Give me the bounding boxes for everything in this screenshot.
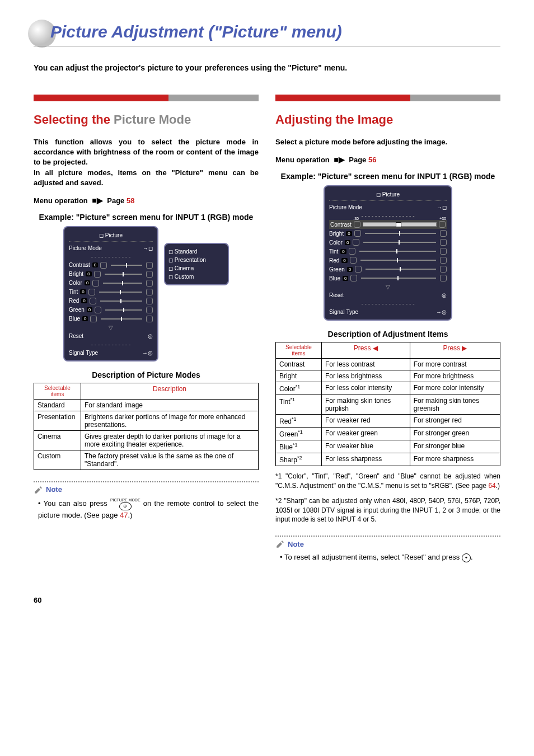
osd-slider-value: 0 [347,267,353,272]
chevron-down-icon: ▽ [69,323,153,332]
table-row: PresentationBrightens darker portions of… [34,411,259,430]
adj-press-left: For weaker green [321,428,410,440]
adj-name: Contrast [276,359,322,370]
mode-desc: Brightens darker portions of image for m… [81,411,258,430]
arrow-right-icon: ■▶ [90,196,105,205]
osd-signal-type-row: Signal Type →◎ [69,349,153,357]
menu-operation-right: Menu operation ■▶ Page 56 [275,155,500,164]
osd-slider-value: 0 [81,298,87,303]
table-row: StandardFor standard image [34,399,259,411]
adj-press-right: For more color intensity [410,382,500,395]
osd-signal-type-label: Signal Type [329,309,434,315]
osd-slider-value: 0 [82,316,88,321]
osd-mode-option: ◻ Custom [168,273,224,281]
note-text-a: You can also press [44,499,110,508]
adj-press-left: For less brightness [321,370,410,382]
osd-slider-row: Tint0 [69,288,153,297]
adj-name: Blue*1 [276,440,322,453]
picture-mode-button-icon: PICTURE MODE ⊕ [110,498,140,510]
note-text-c: .) [128,511,132,519]
table-row: Color*1For less color intensityFor more … [276,382,500,395]
enter-button-icon: ✦ [462,553,471,562]
osd-main-menu: ◻ Picture Picture Mode →◻ - - - - - - - … [63,226,158,361]
osd-contrast-highlight-row: Contrast -30 0 +30 [329,220,447,229]
adj-name: Bright [276,370,322,382]
osd-slider-value: 0 [346,231,352,236]
footnote-2: *2 "Sharp" can be adjusted only when 480… [275,496,500,524]
osd-slider-row: Blue0 [329,274,447,283]
col-selectable-items: Selectable items [34,383,81,399]
note-body-left: • You can also press PICTURE MODE ⊕ on t… [34,498,259,520]
osd-header: ◻ Picture [69,231,153,242]
mode-name: Presentation [34,411,81,430]
mode-name: Custom [34,450,81,469]
osd-picture-mode-label: Picture Mode [329,204,434,210]
page-title-container: Picture Adjustment ("Picture" menu) [34,22,500,46]
adj-press-right: For making skin tones greenish [410,395,500,415]
table-caption-modes: Description of Picture Modes [34,370,259,379]
osd-slider-value: 0 [345,240,350,245]
osd-slider-label: Color [329,240,343,246]
adj-press-right: For more contrast [410,359,500,370]
adj-press-right: For stronger blue [410,440,500,453]
page-ref-47[interactable]: 47 [120,511,128,519]
page-number: 60 [34,596,500,604]
page-title: Picture Adjustment ("Picture" menu) [34,22,500,46]
section-divider-bar [34,95,259,101]
osd-slider-row: Blue0 [69,314,153,323]
osd-slider-label: Contrast [69,262,90,268]
note-heading: Note [34,485,259,495]
reset-icon: ◎ [148,333,153,339]
osd-screenshot-left: ◻ Picture Picture Mode →◻ - - - - - - - … [34,226,259,361]
arrow-submenu-icon: →◻ [437,204,447,210]
osd-slider-label: Blue [69,316,80,322]
section-body-right: Select a picture mode before adjusting t… [275,137,500,147]
adj-press-right: For stronger green [410,428,500,440]
adj-name: Green*1 [276,428,322,440]
osd-mode-submenu: ◻ Standard◻ Presentation◻ Cinema◻ Custom [164,243,229,285]
mode-desc: The factory preset value is the same as … [81,450,258,469]
osd-slider-label: Green [329,266,345,273]
section-divider-bar [275,95,500,101]
osd-slider-row: Bright0 [69,270,153,279]
osd-picture-mode-label: Picture Mode [69,245,140,251]
adj-press-left: For weaker red [321,415,410,428]
osd-slider-value: 0 [86,271,91,276]
section-title-selecting-picture-mode: Selecting the Picture Mode [34,112,259,127]
osd-slider-label: Bright [329,231,344,237]
osd-slider-row: Green0 [329,265,447,274]
section-title-part-b: Picture Mode [114,112,191,126]
osd-slider-label: Green [69,307,85,313]
table-row: CinemaGives greater depth to darker port… [34,430,259,450]
menu-operation-page-label: Page [349,156,366,164]
adjustment-items-table: Selectable items Press ◀ Press ▶ Contras… [275,342,500,466]
menu-operation-label: Menu operation [275,156,330,164]
osd-slider-value: 0 [87,307,92,312]
osd-contrast-label: Contrast [330,222,352,228]
adj-press-right: For more sharpness [410,453,500,466]
osd-main-menu-wide: ◻ Picture Picture Mode →◻ - - - - - - - … [324,185,452,321]
menu-operation-page-label: Page [107,196,124,205]
osd-reset-row: Reset ◎ [329,291,447,299]
adj-name: Tint*1 [276,395,322,415]
footnote-1: *1 "Color", "Tint", "Red", "Green" and "… [275,472,500,491]
note-pencil-icon [34,485,44,495]
osd-slider-value: 0 [340,249,346,254]
osd-mode-option: ◻ Presentation [168,256,224,264]
col-selectable-items: Selectable items [276,342,322,359]
page-ref-64[interactable]: 64 [488,482,495,490]
adj-press-left: For less sharpness [321,453,410,466]
osd-slider-row: Green0 [69,306,153,314]
page-ref-58[interactable]: 58 [127,196,134,205]
note-heading: Note [275,539,500,549]
osd-slider-value: 0 [92,262,98,267]
adj-press-right: For more brightness [410,370,500,382]
arrow-right-icon: ■▶ [331,155,346,164]
table-row: Sharp*2For less sharpnessFor more sharpn… [276,453,500,466]
page-ref-56[interactable]: 56 [368,156,376,164]
osd-slider-label: Blue [329,275,340,281]
note-label-text: Note [288,540,304,548]
osd-signal-type-label: Signal Type [69,350,140,356]
osd-reset-label: Reset [69,333,146,339]
osd-reset-row: Reset ◎ [69,332,153,340]
